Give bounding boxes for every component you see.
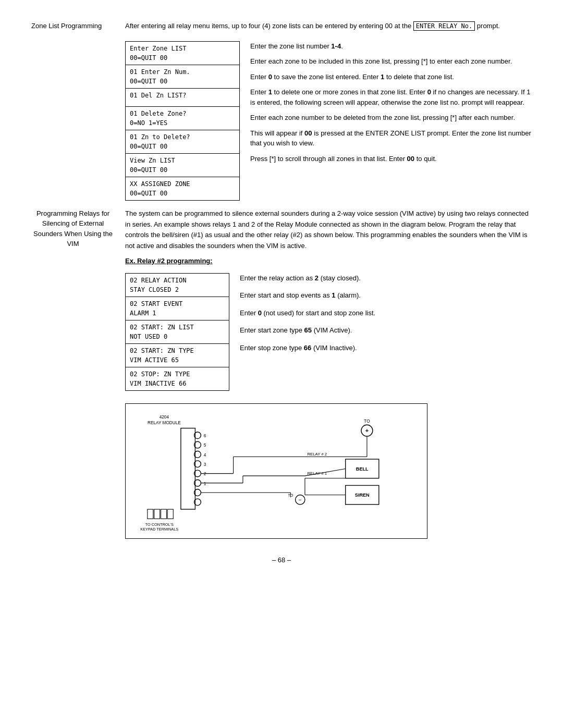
relay-desc-3: Enter start zone type 65 (VIM Active).	[240, 325, 532, 336]
term-num-1: 1	[204, 482, 206, 486]
to-label-minus: TO	[288, 492, 293, 497]
relay-prompt-box-4: 02 STOP: ZN TYPEVIM INACTIVE 66	[125, 367, 229, 391]
zone-list-intro: After entering all relay menu items, up …	[125, 21, 532, 32]
prompt-boxes: Enter Zone LIST00=QUIT 00 01 Enter Zn Nu…	[125, 41, 240, 200]
relay-programming-label: Programming Relays for Silencing of Exte…	[31, 208, 115, 252]
keypad-label-1: TO CONTROL'S	[145, 522, 174, 527]
zone-list-section: Zone List Programming After entering all…	[31, 21, 532, 32]
connector-pin-4	[167, 509, 173, 519]
diagram-wrapper: 4204 RELAY MODULE 6 5 4 3 2 1	[125, 403, 532, 540]
connector-pin-2	[154, 509, 160, 519]
relay-prompt-box-1: 02 START EVENTALARM 1	[125, 297, 229, 320]
relay-desc-1: Enter start and stop events as 1 (alarm)…	[240, 290, 532, 301]
prompt-box-0: Enter Zone LIST00=QUIT 00	[125, 41, 240, 65]
zone-prompts-section: Enter Zone LIST00=QUIT 00 01 Enter Zn Nu…	[31, 41, 532, 200]
term-num-5: 5	[204, 443, 206, 448]
minus-sign: −	[299, 497, 302, 503]
relay-desc-4: Enter stop zone type 66 (VIM Inactive).	[240, 343, 532, 353]
prompt-box-1: 01 Enter Zn Num.00=QUIT 00	[125, 65, 240, 89]
to-label-top: TO	[364, 419, 370, 424]
connector-pin-1	[148, 509, 153, 519]
page-content: Zone List Programming After entering all…	[31, 21, 532, 564]
relay-module-label: RELAY MODULE	[148, 421, 181, 425]
terminal-block	[181, 428, 195, 510]
relay-desc-0: Enter the relay action as 2 (stay closed…	[240, 273, 532, 283]
relay-module-number-label: 4204	[160, 415, 169, 419]
desc-5: This will appear if 00 is pressed at the…	[250, 128, 532, 149]
prompt-box-3: 01 Delete Zone?0=NO 1=YES	[125, 106, 240, 130]
relay-prompt-box-0: 02 RELAY ACTIONSTAY CLOSED 2	[125, 273, 229, 297]
relay-example-title: Ex. Relay #2 programming:	[125, 257, 532, 265]
term-num-6: 6	[204, 434, 206, 438]
prompt-box-4: 01 Zn to Delete?00=QUIT 00	[125, 130, 240, 154]
term-num-2: 2	[204, 472, 206, 476]
relay-prompt-box-3: 02 START: ZN TYPEVIM ACTIVE 65	[125, 343, 229, 367]
wiring-diagram: 4204 RELAY MODULE 6 5 4 3 2 1	[125, 403, 427, 539]
prompt-descriptions: Enter the zone list number 1-4. Enter ea…	[250, 41, 532, 200]
bell-label: BELL	[356, 466, 369, 472]
desc-0: Enter the zone list number 1-4.	[250, 41, 532, 52]
zone-list-label: Zone List Programming	[31, 21, 115, 32]
term-num-3: 3	[204, 462, 206, 467]
desc-6: Press [*] to scroll through all zones in…	[250, 154, 532, 164]
prompt-box-2: 01 Del Zn LIST?	[125, 88, 240, 107]
relay2-label: RELAY # 2	[308, 452, 327, 456]
relay-descriptions: Enter the relay action as 2 (stay closed…	[240, 273, 532, 391]
prompt-box-5: View Zn LIST00=QUIT 00	[125, 153, 240, 177]
enter-relay-prompt: ENTER RELAY No.	[413, 21, 475, 31]
relay-prompt-box-2: 02 START: ZN LISTNOT USED 0	[125, 320, 229, 344]
desc-1: Enter each zone to be included in this z…	[250, 56, 532, 67]
plus-sign: +	[365, 427, 369, 434]
page-footer: – 68 –	[31, 556, 532, 564]
relay-prompt-boxes: 02 RELAY ACTIONSTAY CLOSED 2 02 START EV…	[125, 273, 229, 391]
relay-prompts-section: 02 RELAY ACTIONSTAY CLOSED 2 02 START EV…	[125, 273, 532, 391]
relay-programming-body: The system can be programmed to silence …	[125, 208, 532, 252]
prompt-box-6: XX ASSIGNED ZONE00=QUIT 00	[125, 177, 240, 201]
relay-example-title-wrapper: Ex. Relay #2 programming:	[125, 257, 532, 269]
desc-3: Enter 1 to delete one or more zones in t…	[250, 87, 532, 107]
siren-label: SIREN	[355, 492, 370, 498]
term-num-4: 4	[204, 453, 206, 458]
keypad-label-2: KEYPAD TERMINALS	[140, 527, 178, 532]
relay-desc-2: Enter 0 (not used) for start and stop zo…	[240, 308, 532, 318]
relay-programming-section: Programming Relays for Silencing of Exte…	[31, 208, 532, 252]
desc-2: Enter 0 to save the zone list entered. E…	[250, 72, 532, 82]
desc-4: Enter each zone number to be deleted fro…	[250, 113, 532, 123]
connector-pin-3	[161, 509, 166, 519]
